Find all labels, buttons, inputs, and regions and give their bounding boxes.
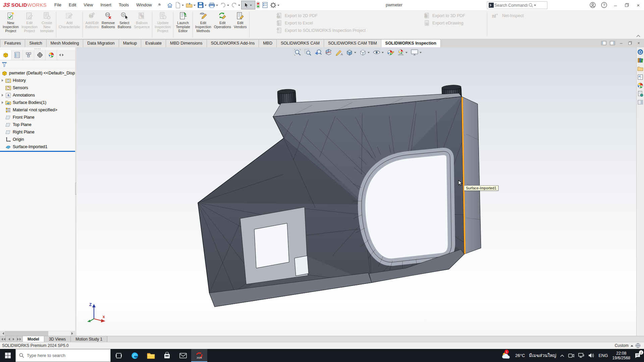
options-gear-button[interactable] <box>269 1 280 9</box>
new-inspection-project-button[interactable]: New Inspection Project <box>1 10 20 39</box>
dynamic-annotation-icon[interactable]: A <box>335 49 343 56</box>
open-dropdown[interactable] <box>194 5 196 7</box>
export-sw-inspection-project-button[interactable]: Export to SOLIDWORKS Inspection Project <box>276 27 366 34</box>
tree-item-right-plane[interactable]: Right Plane <box>0 128 75 136</box>
search-icon[interactable] <box>529 3 533 7</box>
section-view-icon[interactable] <box>325 49 332 56</box>
tree-item-top-plane[interactable]: Top Plane <box>0 121 75 128</box>
export-edrawing-button[interactable]: e Export eDrawing <box>423 19 465 26</box>
speaker-icon[interactable] <box>586 349 596 362</box>
options-dropdown[interactable] <box>277 5 279 7</box>
undo-button[interactable] <box>219 1 230 9</box>
hide-show-items-icon[interactable] <box>373 49 384 56</box>
file-explorer-icon[interactable] <box>637 66 643 72</box>
rollback-bar[interactable] <box>0 151 75 152</box>
file-explorer-icon[interactable] <box>143 349 159 362</box>
doc-close-button[interactable]: × <box>635 40 642 46</box>
view-orientation-icon[interactable] <box>346 49 356 56</box>
large-opening[interactable] <box>362 152 451 262</box>
export-2d-pdf-button[interactable]: PDF Export to 2D PDF <box>276 12 366 19</box>
tab-solidworks-cam[interactable]: SOLIDWORKS CAM <box>276 39 324 47</box>
temperature-text[interactable]: 26°C <box>513 349 527 362</box>
tree-item-history[interactable]: History <box>0 77 75 84</box>
tab-mbd-dimensions[interactable]: MBD Dimensions <box>166 39 207 47</box>
new-document-button[interactable] <box>174 1 185 9</box>
tab-property-manager[interactable] <box>11 50 23 60</box>
tree-horizontal-scrollbar[interactable] <box>0 331 75 336</box>
search-commands-input[interactable] <box>494 3 529 8</box>
open-button[interactable] <box>185 1 197 9</box>
new-document-dropdown[interactable] <box>182 5 184 7</box>
help-icon[interactable]: ? <box>598 0 610 10</box>
tab-3d-views[interactable]: 3D Views <box>44 336 71 342</box>
filter-funnel-icon[interactable] <box>2 62 7 67</box>
doc-restore-button[interactable] <box>627 40 633 46</box>
language-indicator[interactable]: ENG <box>596 349 610 362</box>
tree-item-material[interactable]: Material <not specified> <box>0 106 75 114</box>
traffic-light-icon[interactable] <box>255 1 261 9</box>
tree-item-front-plane[interactable]: Front Plane <box>0 114 75 121</box>
view-settings-dropdown[interactable] <box>420 52 422 54</box>
tab-feature-tree[interactable] <box>0 50 11 60</box>
expand-arrow-icon[interactable] <box>1 101 5 104</box>
web-globe-icon[interactable] <box>635 343 641 348</box>
search-scope-dropdown[interactable] <box>534 5 536 7</box>
undo-dropdown[interactable] <box>227 5 229 7</box>
tray-expand-chevron[interactable] <box>558 349 566 362</box>
view-palette-icon[interactable] <box>637 74 643 80</box>
account-icon[interactable] <box>587 0 598 10</box>
save-button[interactable] <box>197 1 208 9</box>
tree-item-annotations[interactable]: A Annotations <box>0 92 75 99</box>
solidworks-app-icon[interactable]: 2024 <box>191 349 207 362</box>
export-excel-button[interactable]: X Export to Excel <box>276 19 366 26</box>
mail-icon[interactable] <box>175 349 191 362</box>
print-button[interactable] <box>208 1 219 9</box>
tab-data-migration[interactable]: Data Migration <box>83 39 119 47</box>
properties-button[interactable] <box>261 1 269 9</box>
menu-insert[interactable]: Insert <box>97 0 115 10</box>
tab-solidworks-cam-tbm[interactable]: SOLIDWORKS CAM TBM <box>324 39 381 47</box>
3d-model-pwmeter[interactable] <box>76 47 644 336</box>
tab-evaluate[interactable]: Evaluate <box>141 39 166 47</box>
prev-tab-button[interactable] <box>6 336 11 342</box>
small-rect-hole[interactable] <box>294 256 309 276</box>
remove-balloons-button[interactable]: 111 Remove Balloons <box>100 10 116 39</box>
tab-configuration-manager[interactable] <box>23 50 34 60</box>
pane-icon[interactable] <box>637 99 643 105</box>
export-3d-pdf-button[interactable]: 3DPDF Export to 3D PDF <box>423 12 465 19</box>
network-icon[interactable] <box>576 349 586 362</box>
menu-edit[interactable]: Edit <box>65 0 80 10</box>
square-through-hole[interactable] <box>254 223 289 268</box>
tree-item-sensors[interactable]: Sensors <box>0 84 75 92</box>
balloon-sequence-button[interactable]: 12 Balloon Sequence <box>132 10 151 39</box>
microsoft-store-icon[interactable] <box>159 349 175 362</box>
scroll-left-button[interactable] <box>0 331 5 336</box>
tree-item-origin[interactable]: Origin <box>0 136 75 143</box>
custom-properties-icon[interactable] <box>637 91 643 97</box>
print-dropdown[interactable] <box>216 5 218 7</box>
previous-view-icon[interactable] <box>315 49 322 56</box>
panel-tabs-scroll-right[interactable] <box>61 50 66 60</box>
design-library-icon[interactable] <box>637 57 643 63</box>
display-style-icon[interactable] <box>359 49 370 56</box>
select-tool-dropdown[interactable] <box>250 5 252 7</box>
taskbar-clock[interactable]: 22:08 19/6/2568 <box>610 351 633 360</box>
panel-tabs-scroll-left[interactable] <box>57 50 61 60</box>
apply-scene-icon[interactable] <box>397 49 408 56</box>
knurled-boss-left[interactable] <box>277 89 296 104</box>
edit-operations-button[interactable]: Edit Operations <box>213 10 232 39</box>
zoom-to-area-icon[interactable] <box>304 49 312 56</box>
edge-browser-icon[interactable] <box>127 349 143 362</box>
update-inspection-project-button[interactable]: Update Inspection Project <box>153 10 172 39</box>
tab-model[interactable]: Model <box>23 336 44 342</box>
home-button[interactable] <box>166 1 174 9</box>
menu-file[interactable]: File <box>51 0 65 10</box>
search-commands-box[interactable] <box>487 1 547 9</box>
view-settings-icon[interactable] <box>411 49 422 56</box>
tab-mesh-modeling[interactable]: Mesh Modeling <box>46 39 84 47</box>
expand-arrow-icon[interactable] <box>1 79 5 82</box>
zoom-to-fit-icon[interactable] <box>294 49 301 56</box>
net-inspect-button[interactable]: ni Net-Inspect <box>492 12 524 19</box>
redo-button[interactable] <box>230 1 241 9</box>
select-balloons-button[interactable]: 11 Select Balloons <box>116 10 132 39</box>
